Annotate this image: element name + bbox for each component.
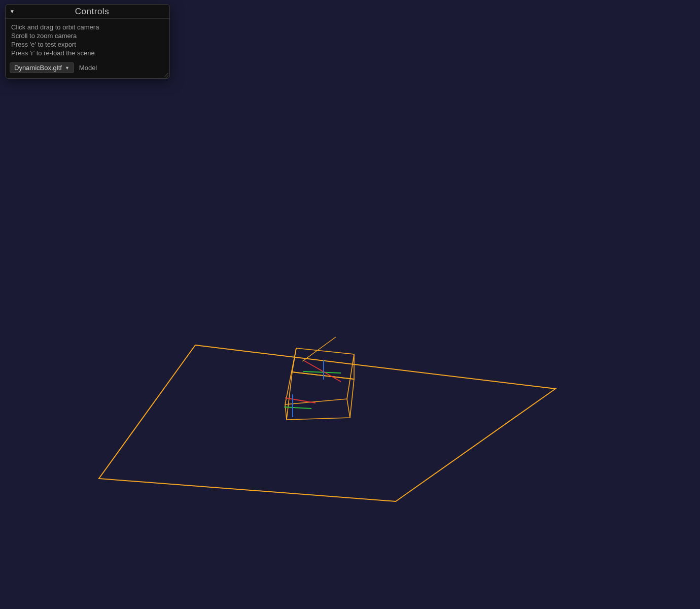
controls-panel-header[interactable]: ▼ Controls	[6, 5, 169, 19]
help-line: Press 'r' to re-load the scene	[11, 49, 164, 57]
svg-line-5	[287, 372, 292, 420]
resize-grip[interactable]	[162, 71, 168, 77]
collapse-icon[interactable]: ▼	[10, 9, 19, 14]
scene-render[interactable]	[0, 0, 700, 609]
help-line: Click and drag to orbit camera	[11, 23, 164, 31]
panel-title: Controls	[19, 7, 165, 17]
svg-line-4	[350, 379, 354, 418]
viewport-3d[interactable]	[0, 0, 700, 609]
ground-plane-wire	[99, 345, 555, 501]
axis-gizmo-top	[303, 360, 341, 382]
svg-marker-0	[285, 399, 350, 420]
svg-line-12	[285, 398, 316, 403]
svg-line-9	[304, 361, 341, 382]
controls-panel-body: Click and drag to orbit camera Scroll to…	[6, 19, 169, 78]
help-text: Click and drag to orbit camera Scroll to…	[10, 22, 165, 60]
help-line: Scroll to zoom camera	[11, 31, 164, 40]
chevron-down-icon: ▼	[65, 65, 69, 71]
model-select-label: Model	[79, 64, 97, 72]
controls-panel: ▼ Controls Click and drag to orbit camer…	[5, 4, 170, 79]
help-line: Press 'e' to test export	[11, 40, 164, 49]
svg-line-8	[303, 371, 341, 373]
model-row: DynamicBox.gltf ▼ Model	[10, 60, 165, 73]
model-select[interactable]: DynamicBox.gltf ▼	[10, 62, 74, 73]
model-select-value: DynamicBox.gltf	[14, 64, 62, 72]
